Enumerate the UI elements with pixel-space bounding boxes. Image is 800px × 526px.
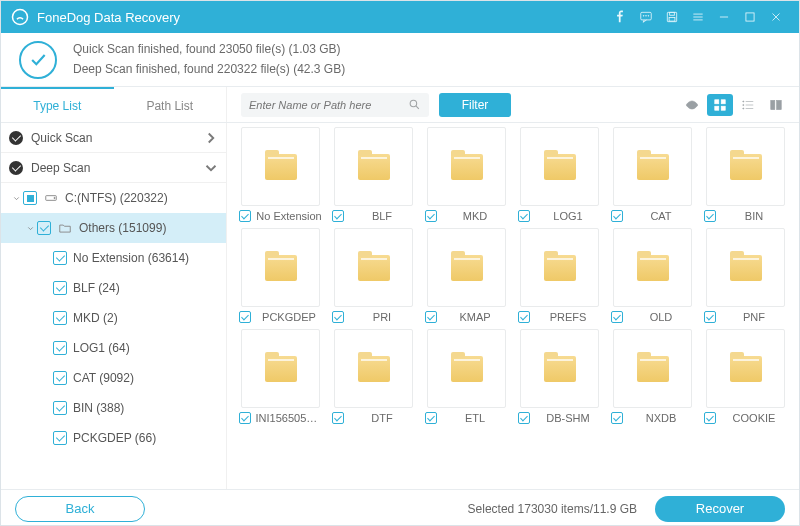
- feedback-icon[interactable]: [633, 1, 659, 33]
- checkbox[interactable]: [239, 311, 251, 323]
- folder-thumbnail: [241, 228, 320, 307]
- checkbox[interactable]: [611, 210, 623, 222]
- checkbox[interactable]: [332, 311, 344, 323]
- checkbox[interactable]: [53, 371, 67, 385]
- tree-item[interactable]: PCKGDEP (66): [1, 423, 226, 453]
- tree-deep-scan[interactable]: Deep Scan: [1, 153, 226, 183]
- tree-item-label: LOG1 (64): [73, 341, 220, 355]
- checkbox[interactable]: [518, 412, 530, 424]
- tab-path-list[interactable]: Path List: [114, 87, 227, 122]
- grid-item[interactable]: PNF: [702, 228, 789, 323]
- tab-type-list[interactable]: Type List: [1, 87, 114, 122]
- grid-item[interactable]: BLF: [330, 127, 417, 222]
- folder-thumbnail: [427, 127, 506, 206]
- grid-item[interactable]: CAT: [609, 127, 696, 222]
- checkmark-icon: [19, 41, 57, 79]
- grid-item-label: DB-SHM: [535, 412, 602, 424]
- svg-point-15: [743, 100, 744, 101]
- svg-point-3: [646, 15, 647, 16]
- tree-item-label: CAT (9092): [73, 371, 220, 385]
- checkbox[interactable]: [53, 281, 67, 295]
- checkbox[interactable]: [332, 412, 344, 424]
- checkbox[interactable]: [611, 311, 623, 323]
- checkbox[interactable]: [23, 191, 37, 205]
- folder-thumbnail: [520, 228, 599, 307]
- recover-button[interactable]: Recover: [655, 496, 785, 522]
- checkbox[interactable]: [425, 210, 437, 222]
- checkbox[interactable]: [239, 210, 251, 222]
- checkbox[interactable]: [239, 412, 251, 424]
- svg-rect-8: [746, 13, 754, 21]
- minimize-button[interactable]: [711, 1, 737, 33]
- grid-item[interactable]: PREFS: [516, 228, 603, 323]
- tree-item[interactable]: CAT (9092): [1, 363, 226, 393]
- checkbox[interactable]: [704, 311, 716, 323]
- tree-item[interactable]: BLF (24): [1, 273, 226, 303]
- maximize-button[interactable]: [737, 1, 763, 33]
- checkbox[interactable]: [518, 210, 530, 222]
- grid-item[interactable]: LOG1: [516, 127, 603, 222]
- folder-icon: [57, 221, 73, 235]
- checkbox[interactable]: [37, 221, 51, 235]
- grid-item[interactable]: OLD: [609, 228, 696, 323]
- grid-item[interactable]: COOKIE: [702, 329, 789, 424]
- list-view-icon[interactable]: [735, 94, 761, 116]
- grid-item[interactable]: INI1565052569: [237, 329, 324, 424]
- checkbox[interactable]: [53, 431, 67, 445]
- file-grid: No ExtensionBLFMKDLOG1CATBINPCKGDEPPRIKM…: [227, 123, 799, 489]
- checkbox[interactable]: [53, 251, 67, 265]
- detail-view-icon[interactable]: [763, 94, 789, 116]
- checkbox[interactable]: [425, 412, 437, 424]
- checkbox[interactable]: [425, 311, 437, 323]
- grid-item-label: ETL: [442, 412, 509, 424]
- titlebar: FoneDog Data Recovery: [1, 1, 799, 33]
- scan-status: Quick Scan finished, found 23050 file(s)…: [1, 33, 799, 87]
- facebook-icon[interactable]: [607, 1, 633, 33]
- grid-item-label: PRI: [349, 311, 416, 323]
- checkbox[interactable]: [704, 412, 716, 424]
- tree-item[interactable]: No Extension (63614): [1, 243, 226, 273]
- checkbox[interactable]: [704, 210, 716, 222]
- grid-item-label: No Extension: [256, 210, 323, 222]
- checkbox[interactable]: [611, 412, 623, 424]
- grid-item[interactable]: KMAP: [423, 228, 510, 323]
- tree-item[interactable]: MKD (2): [1, 303, 226, 333]
- tree-others[interactable]: Others (151099): [1, 213, 226, 243]
- checkbox[interactable]: [53, 401, 67, 415]
- grid-item[interactable]: DB-SHM: [516, 329, 603, 424]
- checkbox[interactable]: [518, 311, 530, 323]
- grid-item[interactable]: DTF: [330, 329, 417, 424]
- grid-view-icon[interactable]: [707, 94, 733, 116]
- search-input[interactable]: [249, 99, 408, 111]
- back-button[interactable]: Back: [15, 496, 145, 522]
- footer: Back Selected 173030 items/11.9 GB Recov…: [1, 489, 799, 526]
- scan-badge-icon: [9, 161, 23, 175]
- search-box[interactable]: [241, 93, 429, 117]
- scan-badge-icon: [9, 131, 23, 145]
- filter-button[interactable]: Filter: [439, 93, 511, 117]
- grid-item[interactable]: PCKGDEP: [237, 228, 324, 323]
- tree-item[interactable]: BIN (388): [1, 393, 226, 423]
- grid-item-label: PCKGDEP: [256, 311, 323, 323]
- folder-thumbnail: [334, 329, 413, 408]
- tree-item[interactable]: LOG1 (64): [1, 333, 226, 363]
- preview-toggle-icon[interactable]: [679, 94, 705, 116]
- checkbox[interactable]: [53, 311, 67, 325]
- grid-item[interactable]: PRI: [330, 228, 417, 323]
- close-button[interactable]: [763, 1, 789, 33]
- grid-item[interactable]: BIN: [702, 127, 789, 222]
- tree-quick-scan[interactable]: Quick Scan: [1, 123, 226, 153]
- checkbox[interactable]: [53, 341, 67, 355]
- folder-icon: [265, 356, 297, 382]
- tree-drive[interactable]: C:(NTFS) (220322): [1, 183, 226, 213]
- grid-item[interactable]: NXDB: [609, 329, 696, 424]
- grid-item-label: LOG1: [535, 210, 602, 222]
- folder-icon: [451, 255, 483, 281]
- grid-item[interactable]: No Extension: [237, 127, 324, 222]
- save-icon[interactable]: [659, 1, 685, 33]
- svg-point-10: [690, 103, 694, 107]
- grid-item[interactable]: ETL: [423, 329, 510, 424]
- menu-icon[interactable]: [685, 1, 711, 33]
- grid-item[interactable]: MKD: [423, 127, 510, 222]
- checkbox[interactable]: [332, 210, 344, 222]
